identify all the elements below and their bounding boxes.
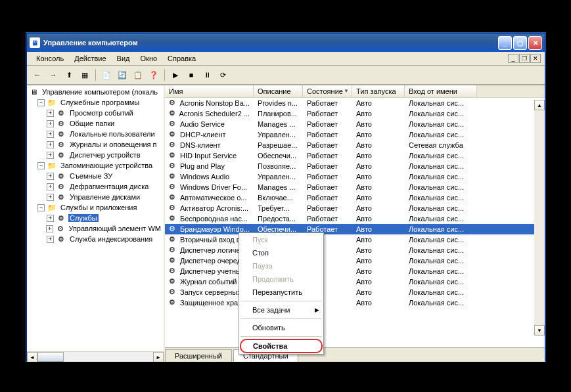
service-row[interactable]: ⚙Вторичный вход в АвтоЛокальная сис... [165, 234, 545, 245]
tree-item[interactable]: +⚙Управление дисками [28, 192, 162, 202]
tree-item[interactable]: +⚙Журналы и оповещения п [28, 139, 162, 150]
back-button[interactable]: ← [30, 68, 45, 82]
tree-group[interactable]: −📁Запоминающие устройства [28, 160, 162, 171]
help-button[interactable]: ❓ [147, 68, 161, 82]
scroll-right-icon[interactable]: ► [153, 352, 164, 362]
collapse-icon[interactable]: − [37, 204, 45, 211]
play-button[interactable]: ▶ [168, 68, 183, 82]
tree-item[interactable]: +⚙Управляющий элемент WM [28, 223, 162, 234]
gear-icon: ⚙ [169, 298, 178, 307]
tree-group[interactable]: −📁Службы и приложения [28, 202, 162, 213]
expand-icon[interactable]: + [47, 236, 54, 243]
service-row[interactable]: ⚙Acronis Nonstop Ba...Provides n...Работ… [165, 98, 545, 108]
expand-icon[interactable]: + [47, 152, 54, 159]
ctx-stop[interactable]: Стоп [239, 246, 323, 259]
service-row[interactable]: ⚙Запуск серверных АвтоЛокальная сис... [165, 287, 545, 297]
restart-button[interactable]: ⟳ [216, 68, 230, 82]
ctx-refresh[interactable]: Обновить [239, 321, 323, 334]
tree-item[interactable]: +⚙Просмотр событий [28, 108, 162, 118]
menu-help[interactable]: Справка [162, 53, 201, 64]
service-row[interactable]: ⚙Диспетчер учетны АвтоЛокальная сис... [165, 266, 545, 276]
ctx-all-tasks[interactable]: Все задачи▶ [239, 303, 323, 316]
export-button[interactable]: 📋 [131, 68, 145, 82]
expand-icon[interactable]: + [47, 120, 54, 127]
col-name[interactable]: Имя [165, 85, 254, 97]
expand-icon[interactable]: + [47, 173, 54, 180]
col-logon[interactable]: Вход от имени [405, 85, 477, 97]
service-row[interactable]: ⚙HID Input ServiceОбеспечи...РаботаетАвт… [165, 150, 545, 161]
titlebar[interactable]: 🖥 Управление компьютером _ ▢ ✕ [27, 33, 545, 52]
context-menu: Пуск Стоп Пауза Продолжить Перезапустить… [239, 232, 324, 355]
collapse-icon[interactable]: − [37, 162, 45, 169]
mdi-minimize[interactable]: _ [508, 54, 518, 63]
menu-console[interactable]: Консоль [31, 53, 69, 64]
expand-icon[interactable]: + [46, 225, 53, 232]
tree-item[interactable]: +⚙Общие папки [28, 118, 162, 129]
tree-item[interactable]: +⚙Диспетчер устройств [28, 150, 162, 160]
scroll-left-icon[interactable]: ◄ [27, 352, 37, 362]
menu-action[interactable]: Действие [69, 53, 111, 64]
expand-icon[interactable]: + [47, 131, 54, 138]
gear-icon: ⚙ [169, 130, 178, 139]
service-row[interactable]: ⚙Беспроводная нас...Предоста...РаботаетА… [165, 213, 545, 224]
ctx-resume[interactable]: Продолжить [239, 272, 323, 286]
service-row[interactable]: ⚙Windows AudioУправлен...РаботаетАвтоЛок… [165, 171, 545, 182]
expand-icon[interactable]: + [47, 194, 54, 201]
service-row[interactable]: ⚙DNS-клиентРазрешае...РаботаетАвтоСетева… [165, 140, 545, 150]
mdi-restore[interactable]: ❐ [519, 54, 530, 63]
stop-button[interactable]: ■ [184, 68, 198, 82]
tree-root[interactable]: 🖥Управление компьютером (локаль [28, 87, 162, 97]
service-row[interactable]: ⚙Активатор Acronis:...Требует...Работает… [165, 203, 545, 213]
up-button[interactable]: ⬆ [62, 68, 76, 82]
gear-icon: ⚙ [169, 151, 178, 160]
collapse-icon[interactable]: − [37, 99, 45, 106]
list-vscrollbar[interactable]: ▲ ▼ [534, 100, 545, 336]
service-row[interactable]: ⚙Диспетчер очеред АвтоЛокальная сис... [165, 255, 545, 266]
pause-button[interactable]: ⏸ [200, 68, 214, 82]
service-row[interactable]: ⚙Audio ServiceManages ...РаботаетАвтоЛок… [165, 119, 545, 129]
service-row[interactable]: ⚙Брандмауэр Windo...Обеспечи...РаботаетА… [165, 224, 545, 234]
scroll-down-icon[interactable]: ▼ [534, 325, 545, 336]
tree-item[interactable]: +⚙Съемные ЗУ [28, 171, 162, 181]
col-start[interactable]: Тип запуска [352, 85, 405, 97]
col-desc[interactable]: Описание [254, 85, 303, 97]
tree-item[interactable]: +⚙Служба индексирования [28, 234, 162, 244]
ctx-pause[interactable]: Пауза [239, 259, 323, 272]
ctx-restart[interactable]: Перезапустить [239, 286, 323, 299]
service-row[interactable]: ⚙Acronis Scheduler2 ...Планиров...Работа… [165, 108, 545, 119]
menu-view[interactable]: Вид [112, 53, 135, 64]
expand-icon[interactable]: + [47, 110, 54, 117]
ctx-properties[interactable]: Свойства [240, 339, 323, 353]
service-row[interactable]: ⚙DHCP-клиентУправлен...РаботаетАвтоЛокал… [165, 129, 545, 140]
forward-button[interactable]: → [46, 68, 60, 82]
refresh-button[interactable]: 🔄 [115, 68, 129, 82]
tree-panel: 🖥Управление компьютером (локаль−📁Служебн… [27, 85, 165, 362]
close-button[interactable]: ✕ [528, 36, 542, 50]
expand-icon[interactable]: + [47, 183, 54, 190]
scroll-up-icon[interactable]: ▲ [534, 100, 545, 110]
ctx-start[interactable]: Пуск [239, 233, 323, 246]
scroll-thumb[interactable] [37, 352, 64, 362]
menu-window[interactable]: Окно [135, 53, 163, 64]
service-row[interactable]: ⚙Windows Driver Fo...Manages ...Работает… [165, 182, 545, 192]
tree-item[interactable]: +⚙Дефрагментация диска [28, 181, 162, 192]
service-row[interactable]: ⚙Plug and PlayПозволяе...РаботаетАвтоЛок… [165, 161, 545, 171]
tree-item[interactable]: +⚙Службы [28, 213, 162, 223]
tree-item[interactable]: +⚙Локальные пользователи [28, 129, 162, 139]
item-icon: ⚙ [56, 119, 66, 128]
tree-hscrollbar[interactable]: ◄ ► [27, 351, 164, 362]
expand-icon[interactable]: + [47, 215, 54, 222]
expand-icon[interactable]: + [47, 141, 54, 148]
maximize-button[interactable]: ▢ [513, 36, 527, 50]
properties-button[interactable]: 📄 [99, 68, 114, 82]
tab-extended[interactable]: Расширенный [165, 349, 232, 362]
service-row[interactable]: ⚙Защищенное хран АвтоЛокальная сис... [165, 297, 545, 308]
service-row[interactable]: ⚙Автоматическое о...Включае...РаботаетАв… [165, 192, 545, 203]
show-hide-button[interactable]: ▦ [78, 68, 92, 82]
col-state[interactable]: Состояние▼ [303, 85, 352, 97]
service-row[interactable]: ⚙Журнал событийАвтоЛокальная сис... [165, 276, 545, 287]
service-row[interactable]: ⚙Диспетчер логиче АвтоЛокальная сис... [165, 245, 545, 255]
tree-group[interactable]: −📁Служебные программы [28, 97, 162, 108]
mdi-close[interactable]: ✕ [530, 54, 541, 63]
minimize-button[interactable]: _ [498, 36, 512, 50]
